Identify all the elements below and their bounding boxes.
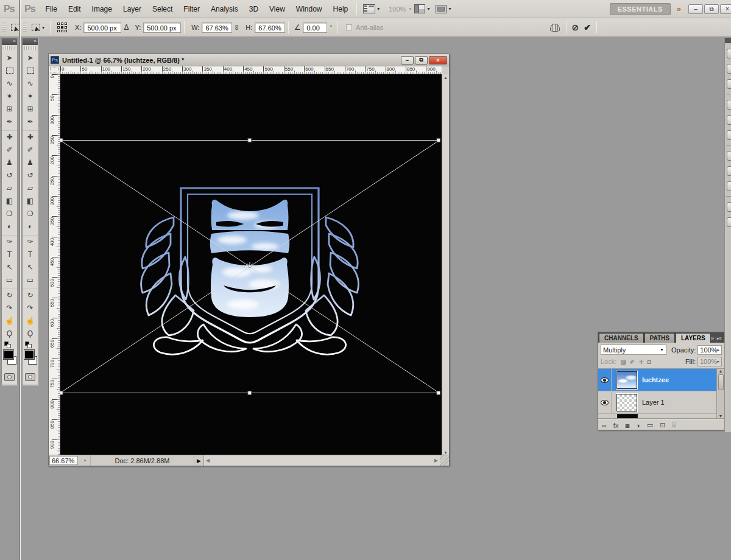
link-layers-icon[interactable]: ∞: [602, 422, 607, 429]
dodge-tool[interactable]: ◐: [2, 220, 17, 233]
magic-wand-tool[interactable]: ✶: [2, 89, 17, 102]
arrange-documents-button[interactable]: ▾: [411, 3, 433, 15]
delete-layer-icon[interactable]: ⍗: [672, 421, 676, 429]
dock-panel-icon[interactable]: [727, 100, 731, 110]
menu-help[interactable]: Help: [328, 3, 354, 15]
menu-select[interactable]: Select: [147, 3, 178, 15]
workspace-essentials-button[interactable]: ESSENTIALS: [610, 3, 671, 15]
scroll-right-icon[interactable]: ▶: [434, 458, 438, 463]
dock-panel-icon[interactable]: [727, 151, 731, 161]
layer-row-luchtzee[interactable]: luchtzee: [598, 369, 718, 391]
hand-tool[interactable]: ☝: [2, 314, 17, 327]
x-position-input[interactable]: 500.00 px: [83, 23, 121, 33]
clone-stamp-tool[interactable]: ♟: [2, 156, 17, 169]
scroll-left-icon[interactable]: ◀: [206, 458, 210, 463]
eyedropper-tool[interactable]: ✒: [23, 115, 38, 128]
eraser-tool[interactable]: ▱: [2, 181, 17, 194]
foreground-color-swatch[interactable]: [24, 350, 34, 359]
toolbar-collapse-chevrons[interactable]: »: [2, 38, 17, 45]
scrollbar-thumb[interactable]: [718, 374, 724, 390]
dock-panel-icon[interactable]: [727, 64, 731, 74]
pen-tool[interactable]: ✑: [2, 235, 17, 248]
rectangle-tool[interactable]: ▭: [23, 273, 38, 286]
path-selection-tool[interactable]: ↖: [23, 261, 38, 273]
visibility-cell[interactable]: [598, 391, 612, 413]
menu-layer[interactable]: Layer: [118, 3, 147, 15]
path-selection-tool[interactable]: ↖: [2, 261, 17, 273]
hand-tool[interactable]: ☝: [23, 314, 38, 327]
horizontal-ruler[interactable]: 0501001502002503003504004505005506006507…: [60, 66, 442, 74]
menu-view[interactable]: View: [264, 3, 291, 15]
new-layer-icon[interactable]: ⊡: [660, 421, 665, 429]
blur-tool[interactable]: ❍: [23, 207, 38, 220]
relative-position-toggle[interactable]: Δ: [121, 23, 131, 32]
tab-channels[interactable]: CHANNELS: [599, 333, 644, 343]
layers-scrollbar[interactable]: ▲▼: [716, 369, 724, 418]
horizontal-scrollbar[interactable]: ◀▶: [204, 455, 440, 466]
gradient-tool[interactable]: ◧: [23, 194, 38, 207]
rectangular-marquee-tool[interactable]: [2, 64, 17, 77]
type-tool[interactable]: T: [2, 248, 17, 261]
layer-row-layer-1[interactable]: Layer 1: [598, 391, 718, 414]
magic-wand-tool[interactable]: ✶: [23, 89, 38, 102]
default-colors-icon[interactable]: [4, 341, 16, 349]
panel-chevrons-icon[interactable]: »: [711, 335, 716, 343]
y-position-input[interactable]: 500.00 px: [143, 23, 181, 33]
status-menu-arrow[interactable]: ▶: [194, 455, 204, 466]
color-swatches[interactable]: [4, 350, 16, 368]
brush-tool[interactable]: ✐: [23, 143, 38, 156]
dock-panel-icon[interactable]: [727, 79, 731, 89]
tool-preset-picker[interactable]: ▾: [32, 24, 44, 31]
rotation-input[interactable]: 0.00: [303, 23, 327, 33]
tab-paths[interactable]: PATHS: [644, 333, 675, 343]
scroll-down-icon[interactable]: ▼: [443, 450, 448, 455]
menu-window[interactable]: Window: [291, 3, 328, 15]
height-input[interactable]: 67.60%: [255, 23, 284, 33]
dodge-tool[interactable]: ◐: [23, 220, 38, 233]
reference-point-locator[interactable]: [57, 23, 68, 33]
document-close-button[interactable]: ×: [429, 56, 447, 65]
lock-position-icon[interactable]: ✛: [638, 359, 643, 365]
blur-tool[interactable]: ❍: [2, 207, 17, 220]
crop-tool[interactable]: ⊞: [2, 102, 17, 115]
spot-healing-brush-tool[interactable]: ✚: [23, 130, 38, 143]
menu-analysis[interactable]: Analysis: [205, 3, 244, 15]
3d-orbit-tool[interactable]: ↷: [23, 301, 38, 314]
menu-edit[interactable]: Edit: [63, 3, 87, 15]
menu-image[interactable]: Image: [87, 3, 118, 15]
panel-menu-icon[interactable]: ▾≡: [716, 336, 725, 343]
menu-file[interactable]: File: [40, 3, 63, 15]
3d-rotate-tool[interactable]: ↻: [2, 289, 17, 301]
document-restore-button[interactable]: ⧉: [415, 56, 428, 65]
launch-bridge-button[interactable]: ▾: [360, 3, 383, 15]
menu-filter[interactable]: Filter: [178, 3, 205, 15]
brush-tool[interactable]: ✐: [2, 143, 17, 156]
default-colors-icon[interactable]: [25, 341, 37, 349]
options-grip[interactable]: [23, 22, 27, 33]
dock-panel-icon[interactable]: [727, 130, 731, 140]
dock-panel-icon[interactable]: [727, 49, 731, 58]
opacity-input[interactable]: 100%▸: [697, 345, 722, 355]
spot-healing-brush-tool[interactable]: ✚: [2, 130, 17, 143]
menu-3d[interactable]: 3D: [244, 3, 264, 15]
scroll-up-icon[interactable]: ▲: [443, 75, 448, 80]
lasso-tool[interactable]: ∿: [23, 77, 38, 89]
close-button[interactable]: ×: [720, 4, 731, 14]
screen-mode-button[interactable]: ▾: [433, 3, 454, 15]
history-brush-tool[interactable]: ↺: [2, 169, 17, 181]
collapsed-panel-dock[interactable]: [724, 38, 731, 432]
new-adjustment-layer-icon[interactable]: ◑: [636, 422, 640, 429]
3d-rotate-tool[interactable]: ↻: [23, 289, 38, 301]
layer-row-partial[interactable]: [598, 414, 718, 419]
status-zoom-field[interactable]: 66.67%: [49, 456, 78, 465]
dock-panel-icon[interactable]: [727, 115, 731, 125]
minimize-button[interactable]: –: [688, 4, 703, 14]
quick-mask-button[interactable]: [4, 373, 15, 381]
dock-panel-icon[interactable]: [727, 181, 731, 191]
history-brush-tool[interactable]: ↺: [23, 169, 38, 181]
add-layer-mask-icon[interactable]: ◙: [625, 422, 629, 429]
zoom-level-dropdown[interactable]: 100%: [389, 5, 406, 13]
document-minimize-button[interactable]: –: [401, 56, 414, 65]
vertical-scrollbar[interactable]: ▲▼: [442, 74, 449, 456]
scroll-down-icon[interactable]: ▼: [719, 414, 723, 418]
